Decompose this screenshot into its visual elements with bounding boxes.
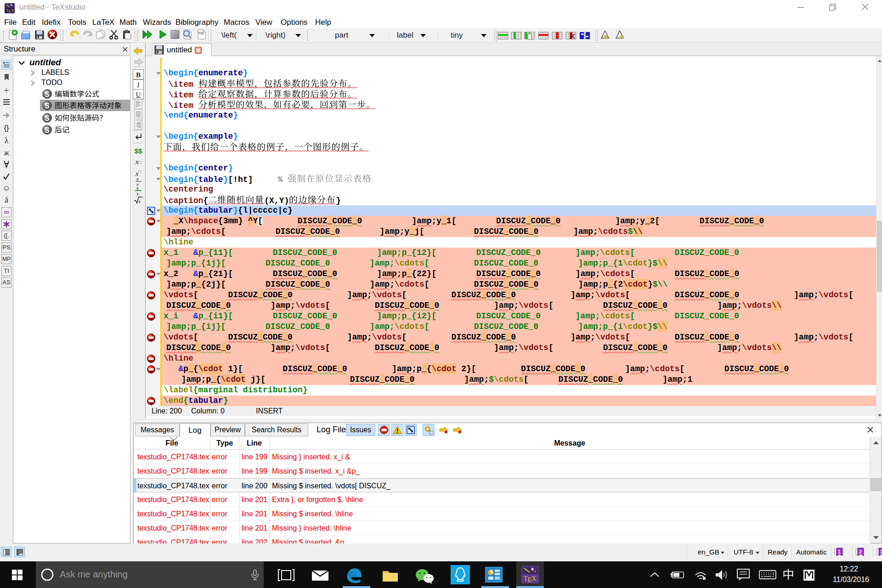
svg-text:S: S: [45, 102, 50, 110]
svg-text:x: x: [138, 198, 141, 204]
svg-text:y: y: [136, 191, 139, 196]
svg-text:S: S: [45, 90, 50, 98]
svg-text:TEX: TEX: [6, 8, 14, 13]
svg-text:S: S: [45, 114, 50, 122]
svg-text:x: x: [136, 186, 139, 191]
svg-text:1: 1: [838, 549, 841, 554]
svg-text:log: log: [198, 31, 204, 35]
svg-text:3: 3: [880, 549, 882, 554]
svg-text:x: x: [136, 176, 139, 181]
svg-text:2: 2: [859, 549, 862, 554]
svg-text:S: S: [45, 126, 50, 134]
